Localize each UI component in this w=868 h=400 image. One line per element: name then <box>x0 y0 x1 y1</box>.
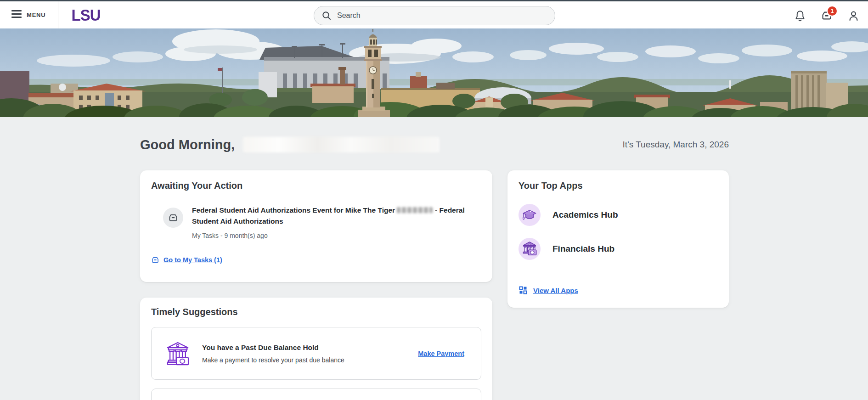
app-academics-hub[interactable]: Academics Hub <box>519 204 718 226</box>
profile-button[interactable] <box>847 9 860 22</box>
inbox-badge: 1 <box>827 6 838 17</box>
bank-money-icon <box>519 239 540 259</box>
redacted-student-name <box>243 137 440 152</box>
hamburger-icon <box>11 10 22 20</box>
task-title-text: Federal Student Aid Authorizations Event… <box>192 206 395 214</box>
timely-suggestions-card: Timely Suggestions <box>140 298 492 400</box>
go-to-my-tasks-label: Go to My Tasks (1) <box>163 256 222 264</box>
inbox-tray-icon <box>151 256 159 264</box>
search-bar[interactable] <box>314 6 555 25</box>
redacted-student-id <box>397 207 433 213</box>
student-homepage: MENU LSU 1 <box>0 0 868 400</box>
current-date: It's Tuesday, March 3, 2026 <box>623 140 729 150</box>
task-icon-circle <box>163 208 183 228</box>
search-input[interactable] <box>337 11 547 20</box>
timely-suggestions-heading: Timely Suggestions <box>151 307 481 317</box>
suggestion-body: You have a Past Due Balance Hold Make a … <box>202 344 344 364</box>
make-payment-link[interactable]: Make Payment <box>418 350 464 357</box>
greeting-title: Good Morning, <box>140 137 235 152</box>
view-all-apps-label: View All Apps <box>533 287 578 294</box>
next-suggestion-partial <box>151 389 481 400</box>
awaiting-action-heading: Awaiting Your Action <box>151 180 481 191</box>
bell-icon <box>794 10 806 22</box>
awaiting-your-action-card: Awaiting Your Action Federal Student Aid… <box>140 170 492 282</box>
apps-list: Academics Hub <box>519 204 718 260</box>
financials-hub-icon-circle <box>519 238 541 260</box>
task-meta: My Tasks - 9 month(s) ago <box>192 232 490 239</box>
my-tasks-inbox-button[interactable]: 1 <box>820 9 833 22</box>
task-title: Federal Student Aid Authorizations Event… <box>192 205 490 227</box>
top-bar: MENU LSU 1 <box>0 0 868 28</box>
suggestion-title: You have a Past Due Balance Hold <box>202 344 344 352</box>
search-icon <box>321 11 332 21</box>
past-due-suggestion: You have a Past Due Balance Hold Make a … <box>151 327 481 380</box>
go-to-my-tasks-link[interactable]: Go to My Tasks (1) <box>151 256 222 264</box>
app-label: Financials Hub <box>552 244 614 254</box>
academics-hub-icon-circle <box>519 204 541 226</box>
app-label: Academics Hub <box>552 210 618 220</box>
suggestion-description: Make a payment to resolve your past due … <box>202 356 344 364</box>
notifications-button[interactable] <box>794 9 806 22</box>
task-body: Federal Student Aid Authorizations Event… <box>192 205 490 239</box>
greeting-row: Good Morning, It's Tuesday, March 3, 202… <box>140 135 729 154</box>
menu-label: MENU <box>27 11 45 18</box>
menu-button[interactable]: MENU <box>11 1 45 28</box>
your-top-apps-card: Your Top Apps <box>507 170 729 308</box>
topbar-divider <box>58 1 58 28</box>
person-icon <box>847 10 860 22</box>
topbar-icons: 1 <box>794 1 860 30</box>
lsu-logo[interactable]: LSU <box>71 7 100 23</box>
graduation-cap-icon <box>519 205 540 225</box>
top-apps-heading: Your Top Apps <box>519 180 718 191</box>
app-financials-hub[interactable]: Financials Hub <box>519 238 718 260</box>
task-row[interactable]: Federal Student Aid Authorizations Event… <box>151 205 481 239</box>
inbox-tray-icon <box>168 213 178 223</box>
campus-hero-photo <box>0 28 868 117</box>
bank-payment-icon <box>166 341 190 366</box>
view-all-apps-link[interactable]: View All Apps <box>519 286 578 295</box>
app-grid-icon <box>519 286 528 295</box>
main-content: Good Morning, It's Tuesday, March 3, 202… <box>140 135 729 400</box>
